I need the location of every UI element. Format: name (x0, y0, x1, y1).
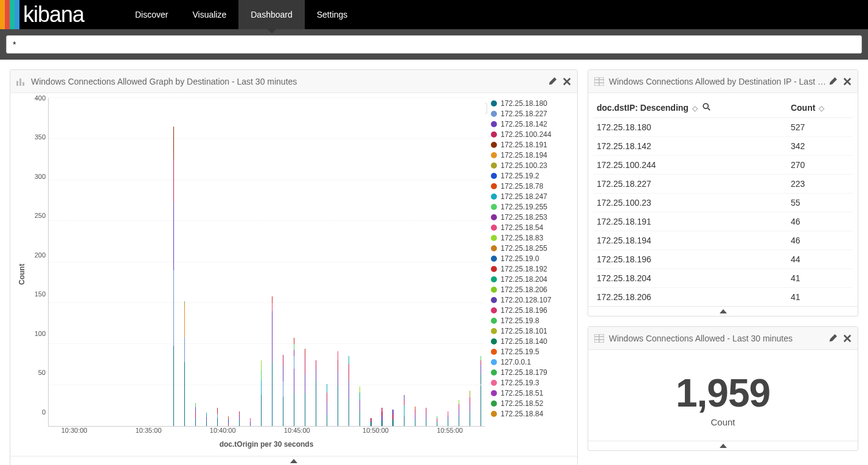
legend-item[interactable]: 172.25.18.191 (491, 139, 572, 150)
chart-segment[interactable] (459, 410, 459, 416)
chart-segment[interactable] (470, 413, 470, 426)
legend-item[interactable]: 172.25.18.101 (491, 326, 572, 336)
chart-segment[interactable] (217, 414, 218, 418)
chart-bar[interactable] (107, 98, 108, 426)
chart-segment[interactable] (381, 411, 382, 416)
legend-item[interactable]: 172.25.18.204 (491, 274, 572, 284)
legend-item[interactable]: 172.25.18.192 (491, 264, 572, 274)
chart-segment[interactable] (173, 202, 174, 270)
chart-segment[interactable] (239, 421, 240, 426)
chart-segment[interactable] (305, 355, 305, 374)
chart-segment[interactable] (459, 400, 459, 404)
chart-segment[interactable] (381, 421, 382, 426)
chevron-up-icon[interactable] (720, 309, 727, 313)
chart-segment[interactable] (272, 303, 273, 311)
legend-item[interactable]: 172.25.19.8 (491, 315, 572, 326)
chart-bar[interactable] (261, 98, 262, 426)
chart-segment[interactable] (448, 416, 448, 420)
legend-item[interactable]: 172.25.18.255 (491, 243, 572, 253)
chart-bar[interactable] (316, 98, 316, 426)
chart-bar[interactable] (327, 98, 327, 426)
chart-bar[interactable] (206, 98, 207, 426)
chart-segment[interactable] (173, 346, 174, 426)
chart-bar[interactable] (250, 98, 251, 426)
chart-segment[interactable] (392, 414, 393, 419)
chart-bar[interactable] (151, 98, 151, 426)
chart-plot-area[interactable] (48, 98, 485, 427)
chart-bar[interactable] (217, 98, 218, 426)
chart-segment[interactable] (195, 419, 196, 426)
chart-bar[interactable] (228, 98, 229, 426)
chart-segment[interactable] (184, 337, 185, 362)
chart-segment[interactable] (392, 410, 393, 414)
chart-segment[interactable] (261, 380, 262, 395)
legend-item[interactable]: 172.25.100.244 (491, 129, 572, 139)
nav-tab-dashboard[interactable]: Dashboard (238, 0, 305, 29)
chart-segment[interactable] (294, 356, 294, 368)
chart-segment[interactable] (415, 410, 415, 414)
chart-bar[interactable] (52, 98, 53, 426)
chart-bar[interactable] (96, 98, 97, 426)
legend-item[interactable]: 172.20.128.107 (491, 295, 572, 305)
legend-item[interactable]: 172.25.18.227 (491, 108, 572, 119)
legend-item[interactable]: 172.25.18.253 (491, 212, 572, 222)
legend-item[interactable]: 172.25.19.5 (491, 346, 572, 357)
table-row[interactable]: 172.25.18.180527 (593, 118, 853, 137)
chart-segment[interactable] (349, 364, 349, 380)
chart-segment[interactable] (195, 403, 196, 407)
close-icon[interactable] (843, 334, 852, 343)
chart-segment[interactable] (349, 398, 349, 426)
chart-segment[interactable] (470, 405, 470, 413)
legend-item[interactable]: 172.25.18.51 (491, 388, 572, 398)
table-row[interactable]: 172.25.18.19146 (593, 212, 853, 231)
close-icon[interactable] (563, 77, 571, 86)
chart-segment[interactable] (381, 416, 382, 421)
chart-segment[interactable] (206, 417, 207, 421)
chart-segment[interactable] (261, 360, 262, 370)
chart-bar[interactable] (129, 98, 130, 426)
chart-bar[interactable] (283, 98, 283, 426)
chart-segment[interactable] (459, 416, 459, 426)
chart-segment[interactable] (250, 422, 251, 426)
chart-segment[interactable] (392, 419, 393, 426)
chart-bar[interactable] (272, 98, 273, 426)
chart-segment[interactable] (184, 306, 185, 337)
legend-item[interactable]: 172.25.100.23 (491, 160, 572, 170)
legend-item[interactable]: 172.25.19.0 (491, 253, 572, 264)
chart-segment[interactable] (327, 402, 327, 414)
chart-segment[interactable] (481, 360, 481, 365)
chart-segment[interactable] (359, 400, 360, 411)
chart-segment[interactable] (272, 311, 273, 362)
chart-segment[interactable] (294, 344, 294, 349)
chart-bar[interactable] (349, 98, 349, 426)
chart-segment[interactable] (239, 416, 240, 421)
chart-bar[interactable] (381, 98, 382, 426)
chart-segment[interactable] (184, 362, 185, 426)
chart-bar[interactable] (184, 98, 185, 426)
chart-bar[interactable] (239, 98, 240, 426)
col-header-ip[interactable]: doc.dstIP: Descending ◇ (593, 98, 787, 118)
legend-item[interactable]: 172.25.18.194 (491, 150, 572, 160)
chart-segment[interactable] (261, 370, 262, 380)
chart-segment[interactable] (338, 360, 338, 372)
chart-segment[interactable] (283, 365, 283, 382)
chart-segment[interactable] (481, 356, 481, 360)
chart-bar[interactable] (85, 98, 86, 426)
chart-segment[interactable] (359, 411, 360, 426)
chart-segment[interactable] (404, 400, 404, 405)
chart-segment[interactable] (294, 369, 294, 393)
table-row[interactable]: 172.25.100.244270 (593, 156, 853, 175)
legend-item[interactable]: 172.25.18.83 (491, 232, 572, 243)
chart-segment[interactable] (470, 391, 470, 397)
chart-bar[interactable] (448, 98, 448, 426)
chart-segment[interactable] (426, 414, 426, 419)
legend-item[interactable]: 172.25.18.179 (491, 367, 572, 377)
chart-segment[interactable] (327, 414, 327, 426)
chart-bar[interactable] (63, 98, 64, 426)
chart-segment[interactable] (250, 418, 251, 422)
chart-segment[interactable] (481, 365, 481, 373)
chart-bar[interactable] (294, 98, 294, 426)
legend-item[interactable]: 172.25.18.84 (491, 408, 572, 419)
chart-bar[interactable] (459, 98, 459, 426)
chart-segment[interactable] (195, 412, 196, 419)
